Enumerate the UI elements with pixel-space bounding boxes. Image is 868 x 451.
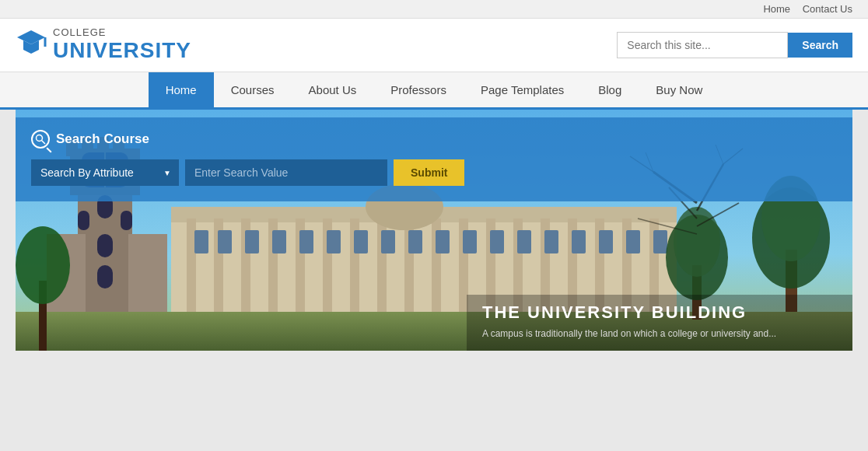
- hero-wrapper: Search Course Search By Attribute Submit: [16, 110, 852, 351]
- search-course-title: Search Course: [56, 131, 149, 147]
- site-search-button[interactable]: Search: [788, 33, 852, 58]
- svg-rect-46: [272, 230, 286, 253]
- svg-rect-51: [408, 230, 422, 253]
- logo: COLLEGE UNIVERSITY: [16, 26, 191, 64]
- svg-rect-16: [78, 211, 89, 230]
- svg-rect-43: [194, 230, 208, 253]
- nav-buy-now[interactable]: Buy Now: [639, 72, 719, 107]
- svg-rect-58: [599, 230, 613, 253]
- svg-rect-44: [218, 230, 232, 253]
- attribute-dropdown-wrapper: Search By Attribute: [31, 159, 179, 186]
- logo-university-text: UNIVERSITY: [53, 39, 191, 63]
- search-course-header: Search Course: [31, 130, 837, 149]
- nav-home[interactable]: Home: [149, 72, 214, 107]
- svg-marker-0: [17, 30, 45, 44]
- nav-about-us[interactable]: About Us: [292, 72, 374, 107]
- svg-rect-15: [97, 265, 113, 288]
- nav-professors[interactable]: Professors: [373, 72, 464, 107]
- svg-rect-53: [463, 230, 477, 253]
- site-search-input[interactable]: [617, 32, 788, 58]
- svg-rect-48: [327, 230, 341, 253]
- svg-rect-57: [572, 230, 586, 253]
- graduation-cap-icon: [16, 26, 47, 64]
- svg-rect-22: [128, 234, 167, 312]
- logo-text: COLLEGE UNIVERSITY: [53, 27, 191, 62]
- main-nav: Home Courses About Us Professors Page Te…: [0, 72, 868, 110]
- nav-courses[interactable]: Courses: [214, 72, 292, 107]
- svg-rect-45: [245, 230, 259, 253]
- content-wrapper: Search Course Search By Attribute Submit: [16, 110, 852, 351]
- search-course-box: Search Course Search By Attribute Submit: [16, 117, 852, 201]
- svg-rect-55: [517, 230, 531, 253]
- svg-rect-14: [97, 234, 113, 257]
- search-overlay: Search Course Search By Attribute Submit: [16, 110, 852, 201]
- svg-rect-49: [354, 230, 368, 253]
- header-search-area: Search: [617, 32, 852, 58]
- search-course-icon: [31, 130, 50, 149]
- svg-rect-54: [490, 230, 504, 253]
- svg-rect-56: [544, 230, 558, 253]
- svg-rect-59: [626, 230, 640, 253]
- svg-rect-60: [653, 230, 667, 253]
- topbar-home-link[interactable]: Home: [763, 3, 790, 15]
- search-controls: Search By Attribute Submit: [31, 159, 837, 186]
- svg-line-4: [42, 141, 46, 145]
- logo-college-text: COLLEGE: [53, 27, 191, 38]
- svg-text:A campus is traditionally the : A campus is traditionally the land on wh…: [482, 328, 776, 339]
- svg-rect-47: [299, 230, 313, 253]
- attribute-dropdown[interactable]: Search By Attribute: [31, 159, 179, 186]
- svg-rect-52: [436, 230, 450, 253]
- svg-text:THE UNIVERSITY BUILDING: THE UNIVERSITY BUILDING: [482, 302, 747, 322]
- submit-button[interactable]: Submit: [394, 159, 464, 186]
- svg-point-3: [37, 135, 43, 142]
- header: COLLEGE UNIVERSITY Search: [0, 19, 868, 72]
- svg-point-79: [16, 226, 70, 304]
- search-value-input[interactable]: [185, 159, 387, 186]
- svg-rect-50: [381, 230, 395, 253]
- nav-page-templates[interactable]: Page Templates: [464, 72, 581, 107]
- top-bar: Home Contact Us: [0, 0, 868, 19]
- svg-rect-17: [121, 211, 132, 230]
- topbar-contact-link[interactable]: Contact Us: [803, 3, 852, 15]
- nav-blog[interactable]: Blog: [581, 72, 639, 107]
